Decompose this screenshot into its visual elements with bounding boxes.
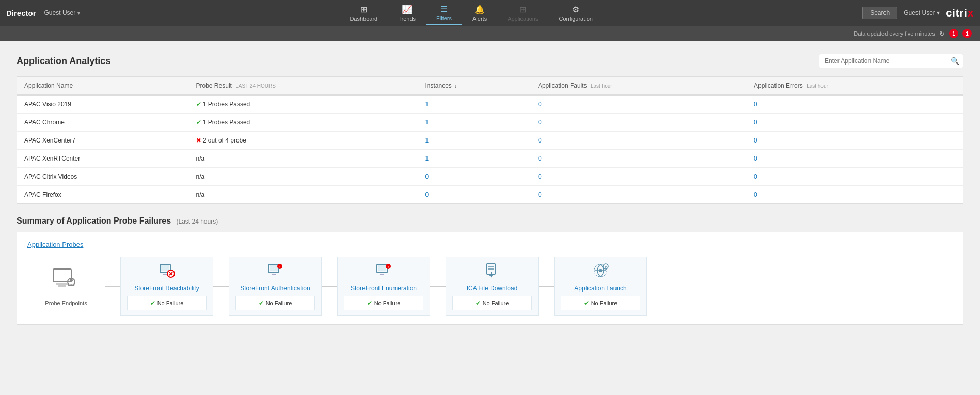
cell-errors: 0 — [747, 95, 963, 114]
probe-endpoint-col: Probe Endpoints — [27, 257, 105, 316]
nav-center: ⊞ Dashboard 📈 Trends ☰ Filters 🔔 Alerts … — [80, 1, 862, 25]
svg-rect-18 — [380, 274, 384, 275]
instance-link[interactable]: 0 — [425, 173, 429, 180]
nav-label-applications: Applications — [508, 15, 538, 22]
svg-rect-12 — [270, 265, 278, 271]
nav-item-dashboard[interactable]: ⊞ Dashboard — [339, 2, 388, 25]
col-header-app-name: Application Name — [17, 77, 189, 96]
table-row: APAC Chrome ✔ 1 Probes Passed 1 0 0 — [17, 114, 963, 132]
citrix-logo: citrix — [946, 7, 974, 19]
section-header: Application Analytics 🔍 — [17, 54, 963, 68]
no-failure-icon: ✔ — [584, 299, 589, 307]
stages-wrapper: StoreFront Reachability ✔ No Failure ! S… — [105, 257, 953, 316]
stage-title-storefront-reachability[interactable]: StoreFront Reachability — [134, 285, 199, 292]
stage-title-ica-file-download[interactable]: ICA File Download — [467, 285, 518, 292]
trends-icon: 📈 — [402, 5, 412, 14]
stage-connector — [430, 286, 446, 287]
stage-title-storefront-authentication[interactable]: StoreFront Authentication — [240, 285, 310, 292]
instance-link[interactable]: 1 — [425, 155, 429, 162]
nav-label-filters: Filters — [436, 15, 452, 21]
stage-col-application-launch: ↗ Application Launch ✔ No Failure — [554, 257, 647, 316]
nav-label-trends: Trends — [398, 15, 416, 22]
stage-icon-ica-file-download — [484, 262, 500, 282]
cell-errors: 0 — [747, 168, 963, 186]
faults-link[interactable]: 0 — [538, 173, 542, 180]
faults-link[interactable]: 0 — [538, 101, 542, 108]
search-icon: 🔍 — [951, 57, 959, 65]
svg-rect-7 — [163, 274, 167, 275]
probe-fail-icon: ✖ — [196, 137, 201, 144]
errors-link[interactable]: 0 — [754, 137, 757, 144]
cell-errors: 0 — [747, 114, 963, 132]
stage-title-application-launch[interactable]: Application Launch — [574, 285, 626, 292]
cell-errors: 0 — [747, 150, 963, 168]
cell-probe-result: ✖ 2 out of 4 probe — [189, 132, 418, 150]
applications-icon: ⊞ — [519, 5, 526, 14]
stage-title-storefront-enumeration[interactable]: StoreFront Enumeration — [351, 285, 417, 292]
topnav-right: Search Guest User ▾ citrix — [862, 7, 974, 19]
cell-faults: 0 — [531, 132, 747, 150]
summary-title: Summary of Application Probe Failures (L… — [17, 216, 963, 226]
stage-connector — [105, 286, 120, 287]
errors-link[interactable]: 0 — [754, 119, 757, 126]
stage-connector — [322, 286, 337, 287]
col-header-instances[interactable]: Instances ↓ — [418, 77, 530, 96]
no-failure-icon: ✔ — [150, 299, 155, 307]
cell-probe-result: n/a — [189, 168, 418, 186]
stage-icon-application-launch: ↗ — [592, 262, 609, 282]
search-button[interactable]: Search — [862, 7, 897, 19]
col-header-faults: Application Faults Last hour — [531, 77, 747, 96]
col-header-errors: Application Errors Last hour — [747, 77, 963, 96]
brand-logo: Director — [6, 9, 36, 18]
cell-probe-result: ✔ 1 Probes Passed — [189, 95, 418, 114]
cell-probe-result: n/a — [189, 186, 418, 204]
nav-item-filters[interactable]: ☰ Filters — [426, 1, 462, 25]
errors-link[interactable]: 0 — [754, 191, 757, 198]
errors-link[interactable]: 0 — [754, 155, 757, 162]
app-name-search-input[interactable] — [819, 54, 963, 68]
cell-faults: 0 — [531, 114, 747, 132]
no-failure-icon: ✔ — [476, 299, 481, 307]
svg-rect-13 — [272, 274, 276, 275]
no-failure-text: No Failure — [374, 300, 401, 306]
app-probes-link[interactable]: Application Probes — [27, 241, 83, 248]
cell-probe-result: ✔ 1 Probes Passed — [189, 114, 418, 132]
table-row: APAC Citrix Videos n/a 0 0 0 — [17, 168, 963, 186]
faults-link[interactable]: 0 — [538, 119, 542, 126]
faults-link[interactable]: 0 — [538, 155, 542, 162]
refresh-icon[interactable]: ↻ — [939, 30, 945, 38]
errors-link[interactable]: 0 — [754, 173, 757, 180]
instance-link[interactable]: 0 — [425, 191, 429, 198]
nav-item-configuration[interactable]: ⚙ Configuration — [548, 2, 603, 25]
errors-link[interactable]: 0 — [754, 101, 757, 108]
stage-icon-storefront-reachability — [159, 262, 175, 282]
user-menu[interactable]: Guest User ▾ — [44, 9, 81, 17]
alert-badge-1[interactable]: 1 — [949, 29, 958, 38]
instance-link[interactable]: 1 — [425, 137, 429, 144]
svg-rect-6 — [161, 265, 169, 271]
nav-item-alerts[interactable]: 🔔 Alerts — [462, 2, 497, 25]
stage-result-storefront-enumeration: ✔ No Failure — [344, 296, 423, 310]
stage-result-application-launch: ✔ No Failure — [561, 296, 640, 310]
user-name: Guest User — [44, 9, 76, 17]
stage-col-ica-file-download: ICA File Download ✔ No Failure — [446, 257, 539, 316]
cell-probe-result: n/a — [189, 150, 418, 168]
user-info-right[interactable]: Guest User ▾ — [904, 9, 940, 17]
no-failure-text: No Failure — [591, 300, 618, 306]
stage-connector — [213, 286, 229, 287]
application-table: Application Name Probe Result LAST 24 HO… — [17, 76, 963, 204]
subtitle-bar: Data updated every five minutes ↻ 1 1 — [0, 26, 980, 41]
cell-instances: 1 — [418, 95, 530, 114]
faults-link[interactable]: 0 — [538, 191, 542, 198]
cell-errors: 0 — [747, 132, 963, 150]
instance-link[interactable]: 1 — [425, 119, 429, 126]
no-failure-text: No Failure — [157, 300, 184, 306]
no-failure-icon: ✔ — [259, 299, 264, 307]
faults-link[interactable]: 0 — [538, 137, 542, 144]
alert-badge-2[interactable]: 1 — [962, 29, 972, 38]
stage-col-storefront-enumeration: ! StoreFront Enumeration ✔ No Failure — [337, 257, 430, 316]
stage-result-ica-file-download: ✔ No Failure — [452, 296, 532, 310]
instance-link[interactable]: 1 — [425, 101, 429, 108]
nav-item-trends[interactable]: 📈 Trends — [388, 2, 426, 25]
cell-faults: 0 — [531, 95, 747, 114]
